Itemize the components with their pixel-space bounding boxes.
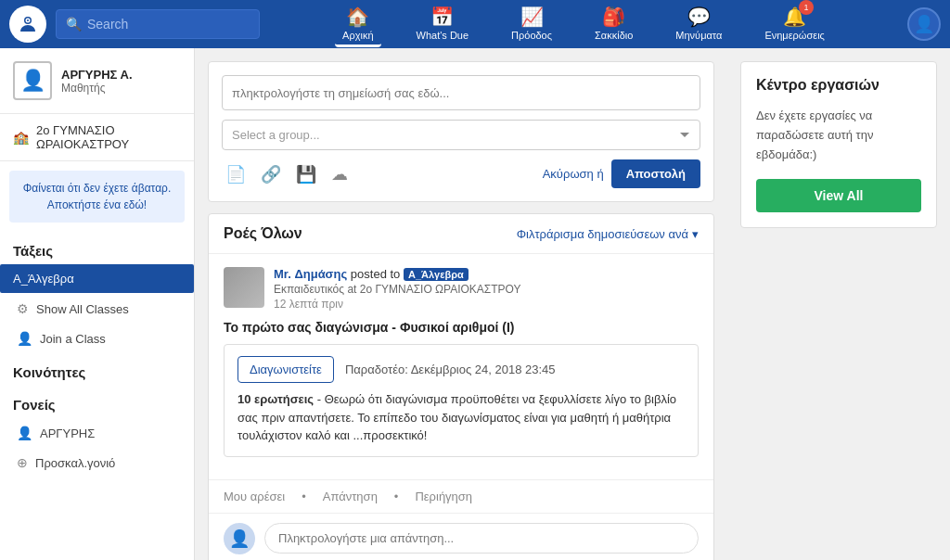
nav-label-messages: Μηνύματα — [675, 30, 722, 41]
composer-save-icon[interactable]: 💾 — [292, 160, 320, 188]
user-profile: 👤 ΑΡΓΥΡΗΣ Α. Μαθητής — [0, 48, 194, 114]
dot-separator-2: • — [394, 490, 399, 503]
quiz-body: 10 ερωτήσεις - Θεωρώ ότι διαγώνισμα προϋ… — [238, 390, 685, 445]
quiz-take-button[interactable]: Διαγωνιστείτε — [238, 356, 334, 383]
quiz-deadline: Παραδοτέο: Δεκέμβριος 24, 2018 23:45 — [345, 363, 556, 376]
post-title: Το πρώτο σας διαγώνισμα - Φυσικοί αριθμο… — [224, 320, 699, 335]
user-avatar: 👤 — [13, 61, 52, 100]
sidebar-item-invite-parent[interactable]: ⊕ Προσκαλ.γονιό — [0, 448, 194, 477]
user-avatar-icon: 👤 — [914, 14, 934, 34]
action-navigate[interactable]: Περιήγηση — [415, 490, 472, 503]
school-item[interactable]: 🏫 2ο ΓΥΜΝΑΣΙΟ ΩΡΑΙΟΚΑΣΤΡΟΥ — [0, 114, 194, 161]
post-class-badge[interactable]: Α_Άλγεβρα — [404, 268, 469, 281]
nav-item-whatsdue[interactable]: 📅 What's Due — [409, 2, 477, 47]
nav-right: 👤 — [907, 7, 941, 41]
nav-item-messages[interactable]: 💬 Μηνύματα — [668, 2, 729, 47]
sidebar-item-parent-name[interactable]: 👤 ΑΡΓΥΡΗΣ — [0, 418, 194, 448]
post-author-name[interactable]: Mr. Δημάσης — [274, 267, 347, 281]
user-info: ΑΡΓΥΡΗΣ Α. Μαθητής — [61, 68, 133, 95]
user-avatar-nav[interactable]: 👤 — [907, 7, 941, 41]
app-logo[interactable] — [9, 6, 46, 43]
sidebar-item-join-class[interactable]: 👤 Join a Class — [0, 324, 194, 353]
post-detail: Εκπαιδευτικός at 2ο ΓΥΜΝΑΣΙΟ ΩΡΑΙΟΚΑΣΤΡΟ… — [274, 283, 699, 296]
sidebar: 👤 ΑΡΓΥΡΗΣ Α. Μαθητής 🏫 2ο ΓΥΜΝΑΣΙΟ ΩΡΑΙΟ… — [0, 48, 195, 560]
search-input[interactable] — [87, 17, 250, 32]
svg-point-2 — [27, 19, 29, 21]
parent-name: ΑΡΓΥΡΗΣ — [40, 426, 95, 440]
quiz-card: Διαγωνιστείτε Παραδοτέο: Δεκέμβριος 24, … — [224, 344, 699, 457]
sidebar-item-show-all-classes[interactable]: ⚙ Show All Classes — [0, 294, 194, 324]
post-posted-to: posted to — [351, 267, 404, 281]
composer-toolbar: 📄 🔗 💾 ☁ Ακύρωση ή Αποστολή — [222, 159, 700, 188]
nav-item-progress[interactable]: 📈 Πρόοδος — [504, 2, 559, 47]
updates-badge: 1 — [799, 0, 814, 15]
user-role: Μαθητής — [61, 82, 133, 95]
parents-section-title: Γονείς — [0, 386, 194, 418]
nav-label-whatsdue: What's Due — [417, 30, 469, 41]
reply-input[interactable] — [264, 523, 699, 554]
user-name: ΑΡΓΥΡΗΣ Α. — [61, 68, 133, 82]
table-row: Mr. Δημάσης posted to Α_Άλγεβρα Εκπαιδευ… — [209, 254, 713, 480]
view-all-button[interactable]: View All — [756, 179, 921, 212]
feed-title: Ροές Όλων — [224, 225, 302, 242]
post-button[interactable]: Αποστολή — [611, 159, 700, 188]
task-center-title: Κέντρο εργασιών — [756, 77, 921, 94]
person-add-icon: 👤 — [17, 331, 32, 346]
home-icon: 🏠 — [346, 6, 369, 28]
reply-avatar: 👤 — [224, 523, 255, 554]
feed-section: Ροές Όλων Φιλτράρισμα δημοσιεύσεων ανά ▾… — [208, 213, 714, 560]
avatar — [224, 267, 264, 308]
messages-icon: 💬 — [687, 6, 711, 28]
sidebar-link-show-all-label: Show All Classes — [36, 302, 129, 316]
post-school: 2ο ΓΥΜΝΑΣΙΟ ΩΡΑΙΟΚΑΣΤΡΟΥ — [360, 283, 521, 296]
chevron-down-icon: ▾ — [692, 227, 699, 241]
parent-avatar-icon: 👤 — [17, 426, 32, 440]
post-meta: Mr. Δημάσης posted to Α_Άλγεβρα Εκπαιδευ… — [274, 267, 699, 311]
action-like[interactable]: Μου αρέσει — [224, 490, 285, 503]
updates-icon: 🔔 1 — [783, 6, 806, 28]
dot-separator: • — [302, 490, 306, 503]
composer-cloud-icon[interactable]: ☁ — [327, 160, 352, 188]
nav-label-home: Αρχική — [342, 30, 373, 41]
nav-item-updates[interactable]: 🔔 1 Ενημερώσεις — [757, 2, 831, 47]
sidebar-item-algebra[interactable]: Α_Άλγεβρα — [0, 264, 194, 293]
backpack-icon: 🎒 — [602, 6, 625, 28]
main-layout: 👤 ΑΡΓΥΡΗΣ Α. Μαθητής 🏫 2ο ΓΥΜΝΑΣΙΟ ΩΡΑΙΟ… — [0, 48, 950, 560]
nav-item-backpack[interactable]: 🎒 Σακκίδιο — [587, 2, 640, 47]
communities-section-title: Κοινότητες — [0, 353, 194, 386]
nav-label-backpack: Σακκίδιο — [595, 30, 633, 41]
group-select[interactable]: Select a group... — [222, 120, 700, 150]
filter-label: Φιλτράρισμα δημοσιεύσεων ανά — [517, 227, 688, 241]
progress-icon: 📈 — [520, 6, 544, 28]
classes-section-title: Τάξεις — [0, 232, 194, 264]
school-name: 2ο ΓΥΜΝΑΣΙΟ ΩΡΑΙΟΚΑΣΤΡΟΥ — [36, 123, 181, 151]
invite-parent-label: Προσκαλ.γονιό — [35, 456, 115, 470]
search-bar[interactable]: 🔍 — [56, 9, 260, 39]
nav-item-home[interactable]: 🏠 Αρχική — [335, 2, 380, 47]
reply-composer: 👤 — [209, 514, 713, 561]
action-reply[interactable]: Απάντηση — [323, 490, 378, 503]
post-actions: Μου αρέσει • Απάντηση • Περιήγηση — [209, 480, 713, 514]
main-content: Select a group... 📄 🔗 💾 ☁ Ακύρωση ή Αποσ… — [195, 48, 727, 560]
right-panel: Κέντρο εργασιών Δεν έχετε εργασίες να πα… — [727, 48, 950, 560]
note-input[interactable] — [222, 75, 700, 110]
user-avatar-placeholder-icon: 👤 — [20, 69, 45, 93]
nav-label-updates: Ενημερώσεις — [764, 30, 824, 41]
top-navigation: 🔍 🏠 Αρχική 📅 What's Due 📈 Πρόοδος 🎒 Σακκ… — [0, 0, 950, 48]
post-author-avatar — [224, 267, 264, 308]
reply-avatar-icon: 👤 — [229, 528, 250, 549]
post-time: 12 λεπτά πριν — [274, 298, 699, 311]
post-at: at — [347, 283, 359, 296]
task-center-card: Κέντρο εργασιών Δεν έχετε εργασίες να πα… — [740, 61, 937, 228]
composer-link-icon[interactable]: 🔗 — [257, 160, 285, 188]
sidebar-link-join-label: Join a Class — [40, 332, 106, 346]
avatar-notice-text: Φαίνεται ότι δεν έχετε άβαταρ. Αποκτήστε… — [23, 182, 172, 211]
quiz-count: 10 ερωτήσεις — [238, 392, 314, 406]
post-role: Εκπαιδευτικός — [274, 283, 344, 296]
quiz-header: Διαγωνιστείτε Παραδοτέο: Δεκέμβριος 24, … — [238, 356, 685, 383]
filter-link[interactable]: Φιλτράρισμα δημοσιεύσεων ανά ▾ — [517, 227, 699, 241]
avatar-notice: Φαίνεται ότι δεν έχετε άβαταρ. Αποκτήστε… — [9, 171, 185, 223]
cancel-button[interactable]: Ακύρωση ή — [543, 167, 604, 181]
composer-document-icon[interactable]: 📄 — [222, 160, 250, 188]
school-icon: 🏫 — [13, 130, 29, 145]
